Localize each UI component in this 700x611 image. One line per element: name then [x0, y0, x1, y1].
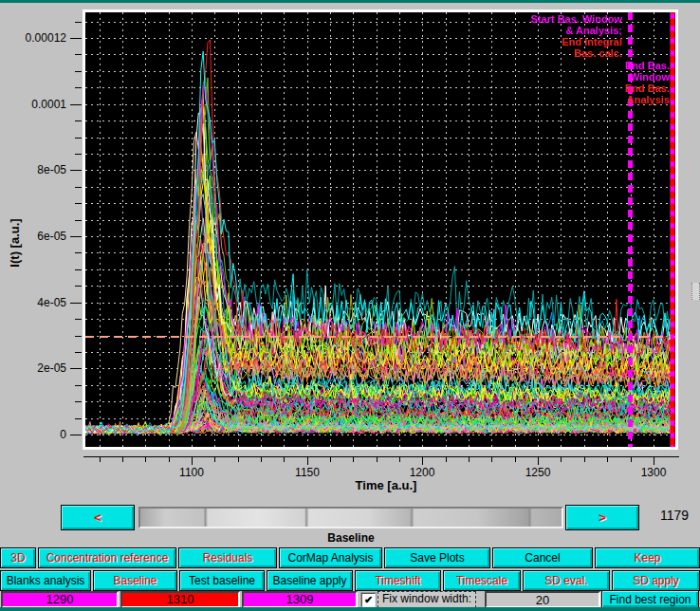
scroll-left-button[interactable]: <: [61, 505, 135, 530]
y-tick-label: 2e-05: [0, 361, 66, 375]
resize-grip[interactable]: [691, 283, 700, 300]
x-axis-tick: [353, 456, 354, 462]
find-best-region-button[interactable]: Find best region: [601, 590, 699, 608]
y-tick-label: 6e-05: [0, 230, 66, 243]
button-row-1: 3D Concentration reference Residuals Cor…: [0, 547, 700, 568]
y-axis-tick: [75, 220, 82, 221]
y-axis-title: I(t) [a.u.]: [8, 194, 23, 292]
x-axis-tick: [446, 456, 447, 462]
x-axis-tick: [192, 456, 193, 465]
baseline-apply-button[interactable]: Baseline apply: [267, 570, 353, 591]
scroll-trough[interactable]: [138, 507, 563, 528]
y-axis-tick: [70, 38, 82, 39]
end-window-field[interactable]: 1310: [120, 591, 240, 608]
x-axis-tick: [238, 456, 239, 462]
x-axis-tick: [607, 456, 608, 462]
x-axis-tick: [145, 456, 146, 462]
y-axis-tick: [75, 336, 82, 337]
x-tick-label: 1300: [633, 466, 674, 479]
fix-window-width-checkbox[interactable]: ✔: [361, 593, 376, 607]
y-axis-tick: [75, 269, 82, 270]
y-axis-tick: [75, 286, 82, 287]
blanks-analysis-button[interactable]: Blanks analysis: [0, 570, 91, 591]
y-axis-tick: [75, 138, 82, 139]
x-axis-tick: [100, 456, 101, 462]
x-tick-label: 1200: [401, 466, 443, 479]
y-axis-tick: [75, 252, 82, 253]
chromatogram-analysis-window: I(t) [a.u.] Time [a.u.] 02e-054e-056e-05…: [0, 0, 700, 611]
x-axis-tick: [469, 456, 470, 462]
bottom-accent-bar: [0, 607, 700, 611]
x-axis-tick: [654, 456, 654, 465]
best-window-field[interactable]: 1309: [242, 591, 358, 608]
x-tick-label: 1100: [171, 466, 212, 479]
keep-button[interactable]: Keep: [595, 547, 700, 568]
x-axis-line: [83, 456, 679, 457]
frame-counter: 1179: [653, 508, 696, 528]
x-tick-label: 1250: [517, 466, 559, 479]
timescale-button[interactable]: Timescale: [443, 570, 521, 591]
x-axis-tick: [330, 456, 331, 462]
x-axis-tick: [307, 456, 308, 465]
top-accent-bar: [0, 0, 700, 3]
button-row-2: Blanks analysis Baseline Test baseline B…: [0, 570, 700, 591]
y-axis-tick: [75, 385, 82, 386]
baseline-button[interactable]: Baseline: [93, 570, 177, 591]
y-axis-tick: [75, 319, 82, 320]
y-tick-label: 0.0001: [0, 98, 66, 111]
timeshift-button[interactable]: Timeshift: [355, 570, 441, 591]
y-axis-tick: [70, 435, 82, 435]
y-axis-tick: [75, 71, 82, 72]
x-axis-tick: [214, 456, 215, 462]
3d-button[interactable]: 3D: [0, 547, 36, 568]
x-axis-tick: [515, 456, 516, 462]
x-axis-tick: [122, 456, 123, 462]
x-axis-tick: [169, 456, 170, 462]
sd-eval-button[interactable]: SD eval.: [523, 570, 610, 591]
y-tick-label: 8e-05: [0, 163, 66, 176]
x-axis-tick: [422, 456, 423, 465]
y-axis-tick: [75, 418, 82, 419]
start-window-field[interactable]: 1290: [1, 591, 119, 608]
x-axis-tick: [261, 456, 262, 462]
y-axis-tick: [75, 203, 82, 204]
cancel-button[interactable]: Cancel: [492, 547, 593, 568]
cormap-analysis-button[interactable]: CorMap Analysis: [279, 547, 382, 568]
baseline-section-label: Baseline: [138, 531, 563, 545]
x-axis-tick: [399, 456, 400, 462]
concentration-reference-button[interactable]: Concentration reference: [38, 547, 176, 568]
y-tick-label: 4e-05: [0, 296, 66, 309]
x-axis-tick: [631, 456, 632, 462]
sd-apply-button[interactable]: SD apply: [612, 570, 700, 591]
y-axis-tick: [75, 22, 82, 23]
test-baseline-button[interactable]: Test baseline: [179, 570, 265, 591]
y-axis-tick: [70, 368, 82, 369]
y-axis-tick: [70, 104, 82, 105]
x-tick-label: 1150: [286, 466, 328, 479]
x-axis-tick: [491, 456, 492, 462]
x-axis-tick: [538, 456, 539, 465]
window-width-input[interactable]: [485, 591, 600, 608]
save-plots-button[interactable]: Save Plots: [384, 547, 490, 568]
scroll-right-button[interactable]: >: [565, 505, 639, 530]
time-intensity-plot-canvas: [85, 12, 675, 447]
y-axis-tick: [75, 87, 82, 88]
y-axis-tick: [75, 401, 82, 402]
y-axis-tick: [70, 303, 82, 304]
x-axis-tick: [561, 456, 562, 462]
residuals-button[interactable]: Residuals: [178, 547, 277, 568]
y-tick-label: 0: [0, 428, 66, 441]
y-axis-tick: [75, 54, 82, 55]
y-axis-tick: [70, 170, 82, 171]
y-axis-tick: [75, 187, 82, 188]
y-tick-label: 0.00012: [0, 31, 66, 45]
x-axis-tick: [377, 456, 378, 462]
y-axis-tick: [75, 120, 82, 121]
x-axis-tick: [584, 456, 585, 462]
y-axis-tick: [75, 352, 82, 353]
x-axis-title: Time [a.u.]: [320, 478, 452, 492]
plot-frame: Start Bas. Window& Analysis;End Integral…: [83, 9, 678, 450]
fix-window-width-label: Fix window width:: [378, 591, 476, 608]
x-axis-tick: [284, 456, 285, 462]
y-axis-tick: [75, 154, 82, 155]
